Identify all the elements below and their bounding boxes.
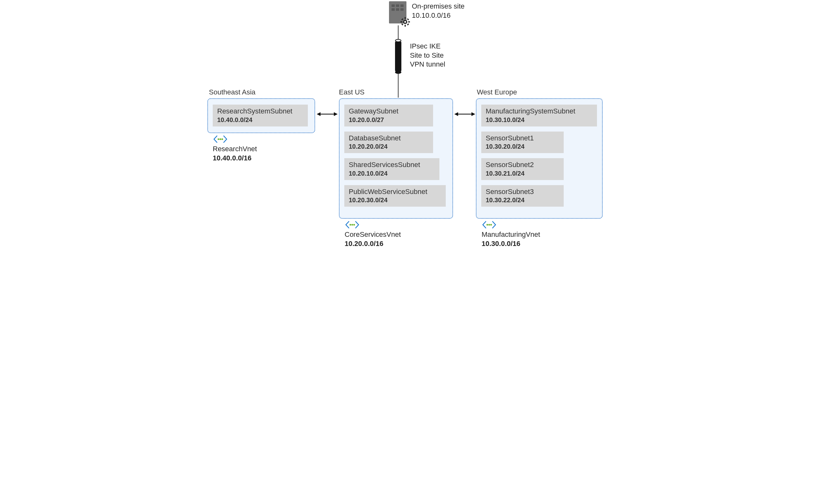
subnet-gateway: GatewaySubnet 10.20.0.0/27 bbox=[344, 104, 433, 126]
subnet-sensor2: SensorSubnet2 10.30.21.0/24 bbox=[481, 158, 564, 180]
tunnel-line1: IPsec IKE bbox=[410, 42, 441, 50]
vpn-line-top bbox=[398, 25, 398, 40]
svg-point-13 bbox=[351, 224, 353, 225]
diagram-canvas: On-premises site 10.10.0.0/16 IPsec IKE … bbox=[184, 0, 646, 285]
vnet-icon-research bbox=[213, 134, 228, 144]
subnet-cidr: 10.20.0.0/27 bbox=[349, 116, 428, 124]
subnet-database: DatabaseSubnet 10.20.20.0/24 bbox=[344, 131, 433, 153]
svg-marker-22 bbox=[454, 112, 458, 116]
subnet-cidr: 10.20.20.0/24 bbox=[349, 143, 428, 150]
svg-rect-2 bbox=[401, 21, 402, 23]
svg-rect-7 bbox=[402, 24, 404, 26]
region-label-weu: West Europe bbox=[477, 88, 517, 96]
subnet-cidr: 10.30.21.0/24 bbox=[486, 169, 559, 177]
subnet-research-system: ResearchSystemSubnet 10.40.0.0/24 bbox=[213, 104, 308, 126]
svg-rect-4 bbox=[402, 19, 404, 21]
subnet-name: SensorSubnet2 bbox=[486, 160, 559, 169]
subnet-cidr: 10.30.20.0/24 bbox=[486, 143, 559, 150]
subnet-sensor3: SensorSubnet3 10.30.22.0/24 bbox=[481, 185, 564, 207]
vnet-cidr: 10.40.0.0/16 bbox=[213, 154, 257, 163]
vnet-name: CoreServicesVnet bbox=[345, 230, 401, 239]
subnet-cidr: 10.20.10.0/24 bbox=[349, 169, 435, 177]
subnet-name: PublicWebServiceSubnet bbox=[349, 187, 441, 196]
vnet-name: ResearchVnet bbox=[213, 145, 257, 154]
region-label-sea: Southeast Asia bbox=[209, 88, 256, 96]
svg-rect-6 bbox=[407, 19, 409, 21]
vnet-name: ManufacturingVnet bbox=[482, 230, 540, 239]
vnet-label-core: CoreServicesVnet 10.20.0.0/16 bbox=[345, 230, 401, 248]
vpn-line-bottom bbox=[398, 72, 398, 98]
subnet-name: GatewaySubnet bbox=[349, 107, 428, 116]
svg-rect-0 bbox=[405, 17, 406, 19]
vnet-cidr: 10.30.0.0/16 bbox=[482, 239, 540, 249]
subnet-name: ResearchSystemSubnet bbox=[217, 107, 304, 116]
subnet-sensor1: SensorSubnet1 10.30.20.0/24 bbox=[481, 131, 564, 153]
subnet-name: SensorSubnet3 bbox=[486, 187, 559, 196]
subnet-mfg-system: ManufacturingSystemSubnet 10.30.10.0/24 bbox=[481, 104, 597, 126]
server-lights bbox=[391, 4, 404, 11]
peering-arrow-sea-eus bbox=[317, 111, 338, 117]
vnet-box-mfg: ManufacturingSystemSubnet 10.30.10.0/24 … bbox=[476, 98, 603, 219]
gear-icon bbox=[401, 17, 410, 27]
tunnel-line3: VPN tunnel bbox=[410, 60, 445, 68]
svg-point-9 bbox=[218, 138, 219, 140]
vnet-box-research: ResearchSystemSubnet 10.40.0.0/24 bbox=[208, 98, 315, 133]
svg-rect-5 bbox=[407, 24, 409, 26]
svg-point-11 bbox=[221, 138, 223, 140]
subnet-cidr: 10.30.22.0/24 bbox=[486, 196, 559, 204]
svg-point-14 bbox=[353, 224, 355, 225]
svg-marker-20 bbox=[334, 112, 338, 116]
svg-point-15 bbox=[486, 224, 488, 225]
svg-point-10 bbox=[219, 138, 221, 140]
vnet-icon-core bbox=[345, 220, 360, 229]
vnet-box-core: GatewaySubnet 10.20.0.0/27 DatabaseSubne… bbox=[339, 98, 453, 219]
vnet-icon-mfg bbox=[482, 220, 497, 229]
subnet-name: ManufacturingSystemSubnet bbox=[486, 107, 593, 116]
svg-point-12 bbox=[349, 224, 351, 225]
region-label-eus: East US bbox=[339, 88, 364, 96]
tunnel-line2: Site to Site bbox=[410, 51, 444, 59]
vpn-tunnel-icon bbox=[395, 40, 402, 72]
svg-rect-1 bbox=[405, 25, 406, 27]
peering-arrow-eus-weu bbox=[454, 111, 475, 117]
vpn-tunnel-label: IPsec IKE Site to Site VPN tunnel bbox=[410, 42, 445, 69]
vnet-cidr: 10.20.0.0/16 bbox=[345, 239, 401, 249]
onprem-label: On-premises site 10.10.0.0/16 bbox=[412, 2, 465, 20]
vnet-label-mfg: ManufacturingVnet 10.30.0.0/16 bbox=[482, 230, 540, 248]
subnet-public-web: PublicWebServiceSubnet 10.20.30.0/24 bbox=[344, 185, 446, 207]
subnet-name: DatabaseSubnet bbox=[349, 134, 428, 143]
subnet-cidr: 10.30.10.0/24 bbox=[486, 116, 593, 124]
svg-point-8 bbox=[404, 21, 406, 23]
onprem-cidr: 10.10.0.0/16 bbox=[412, 11, 450, 19]
svg-point-17 bbox=[490, 224, 492, 225]
svg-point-16 bbox=[488, 224, 490, 225]
subnet-name: SensorSubnet1 bbox=[486, 134, 559, 143]
onprem-title: On-premises site bbox=[412, 2, 465, 10]
svg-rect-3 bbox=[408, 21, 410, 23]
subnet-cidr: 10.40.0.0/24 bbox=[217, 116, 304, 124]
subnet-cidr: 10.20.30.0/24 bbox=[349, 196, 441, 204]
svg-marker-19 bbox=[317, 112, 321, 116]
vnet-label-research: ResearchVnet 10.40.0.0/16 bbox=[213, 145, 257, 163]
subnet-shared-services: SharedServicesSubnet 10.20.10.0/24 bbox=[344, 158, 439, 180]
subnet-name: SharedServicesSubnet bbox=[349, 160, 435, 169]
svg-marker-23 bbox=[472, 112, 475, 116]
